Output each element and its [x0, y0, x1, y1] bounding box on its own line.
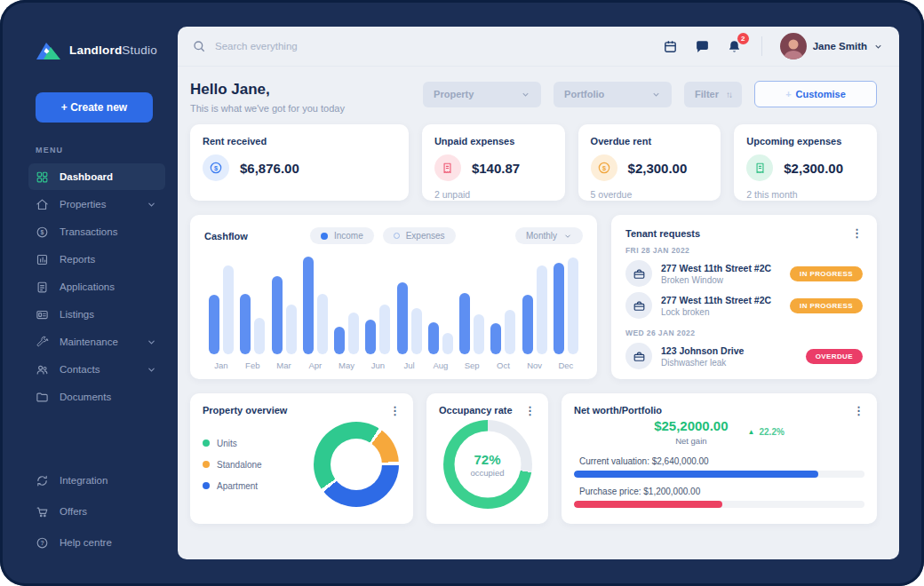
plus-icon: +	[785, 89, 791, 99]
sidebar-item-maintenance[interactable]: Maintenance	[28, 329, 165, 355]
status-badge[interactable]: IN PROGRESS	[790, 266, 863, 281]
sidebar-item-label: Dashboard	[60, 171, 113, 182]
period-dropdown[interactable]: Monthly	[515, 227, 583, 244]
income-bar[interactable]	[303, 257, 314, 354]
expenses-bar[interactable]	[411, 308, 422, 354]
income-bar[interactable]	[209, 295, 219, 354]
tenant-requests-card: Tenant requests ⋮ FRI 28 JAN 2022277 Wes…	[611, 215, 877, 379]
income-bar[interactable]	[522, 295, 533, 354]
sidebar-item-listings[interactable]: Listings	[28, 301, 165, 328]
portfolio-dropdown[interactable]: Portfolio	[554, 82, 672, 107]
filter-button[interactable]: Filter ↑↓	[684, 82, 742, 107]
sidebar-item-offers[interactable]: Offers	[28, 499, 165, 524]
kebab-menu-icon[interactable]: ⋮	[524, 405, 536, 416]
income-bar[interactable]	[365, 320, 376, 354]
sidebar-item-label: Contacts	[60, 364, 100, 375]
sidebar-item-reports[interactable]: Reports	[28, 246, 165, 273]
cart-icon	[36, 505, 49, 519]
stat-card-overdue-rent: Overdue rent$$2,300.005 overdue	[578, 124, 721, 201]
bar-pair	[428, 255, 453, 354]
income-bar[interactable]	[459, 293, 470, 354]
sidebar-item-help-centre[interactable]: ?Help centre	[28, 530, 165, 555]
sidebar-item-contacts[interactable]: Contacts	[28, 356, 165, 383]
status-badge[interactable]: OVERDUE	[806, 349, 863, 364]
legend-toggle-expenses[interactable]: Expenses	[383, 227, 456, 244]
chevron-down-icon	[147, 337, 156, 347]
sidebar-item-label: Offers	[60, 506, 87, 517]
cashflow-bar-chart: JanFebMarAprMayJunJulAugSepOctNovDec	[204, 244, 583, 370]
request-address: 277 West 11th Street #2C	[661, 263, 771, 273]
create-new-button[interactable]: + Create new	[36, 92, 153, 123]
expenses-bar[interactable]	[505, 310, 515, 354]
net-gain-label: Net gain	[675, 436, 706, 446]
occupancy-header: Occupancy rate ⋮	[439, 405, 536, 416]
notification-count-badge: 2	[737, 33, 749, 44]
sidebar-item-label: Reports	[60, 254, 95, 265]
sidebar-item-properties[interactable]: Properties	[28, 191, 165, 218]
property-dropdown[interactable]: Property	[423, 82, 541, 107]
expenses-bar[interactable]	[254, 318, 265, 354]
income-bar[interactable]	[397, 282, 408, 354]
income-bar[interactable]	[490, 323, 501, 354]
stat-card-amount: $2,300.00	[628, 161, 688, 176]
avatar	[780, 33, 807, 59]
messages-icon[interactable]	[694, 37, 712, 55]
legend-dot	[203, 440, 210, 447]
expenses-bar[interactable]	[348, 313, 359, 354]
toolbox-icon	[625, 260, 652, 287]
calendar-icon[interactable]	[662, 37, 680, 55]
brand-logo[interactable]: LandlordStudio	[36, 39, 178, 60]
sidebar-item-dashboard[interactable]: Dashboard	[28, 163, 165, 190]
legend-toggle-income[interactable]: Income	[310, 227, 374, 244]
sidebar-item-transactions[interactable]: $Transactions	[28, 218, 165, 245]
legend-dot	[203, 482, 210, 489]
stat-card-value-row: $140.87	[434, 154, 553, 181]
search-input[interactable]	[215, 41, 482, 51]
net-worth-bar-label: Purchase price: $1,200,000.00	[579, 487, 864, 496]
expenses-bar[interactable]	[568, 257, 578, 354]
expenses-bar[interactable]	[537, 265, 547, 354]
expenses-bar[interactable]	[286, 305, 297, 354]
wrench-icon	[36, 336, 49, 349]
donut-hole: 72% occupied	[454, 432, 521, 498]
net-worth-bar-fill	[574, 501, 722, 508]
help-icon: ?	[36, 536, 49, 550]
expenses-bar[interactable]	[474, 314, 484, 354]
customise-button[interactable]: + Customise	[754, 81, 877, 107]
expenses-bar[interactable]	[223, 265, 234, 354]
sidebar-item-applications[interactable]: Applications	[28, 273, 165, 300]
net-worth-bar-track	[574, 501, 864, 508]
svg-text:$: $	[41, 229, 44, 236]
net-worth-bar-label: Current valuation: $2,640,000.00	[579, 456, 864, 466]
income-bar[interactable]	[272, 276, 283, 354]
donut-hole	[331, 439, 382, 490]
sidebar-item-integration[interactable]: Integration	[28, 468, 165, 493]
tenant-request-row[interactable]: 277 West 11th Street #2CBroken WindowIN …	[625, 257, 863, 289]
income-bar[interactable]	[240, 294, 251, 354]
expenses-bar[interactable]	[442, 333, 453, 354]
kebab-menu-icon[interactable]: ⋮	[853, 405, 864, 416]
income-bar[interactable]	[334, 327, 345, 354]
expenses-bar[interactable]	[379, 305, 390, 354]
expenses-bar[interactable]	[317, 294, 328, 354]
receipt-icon	[434, 154, 461, 181]
chevron-down-icon	[521, 90, 530, 99]
receipt-icon	[746, 154, 773, 181]
income-bar[interactable]	[428, 322, 439, 354]
income-bar[interactable]	[554, 263, 564, 354]
sidebar-item-documents[interactable]: Documents	[28, 384, 165, 410]
bar-pair	[397, 255, 422, 354]
bar-pair	[303, 255, 328, 354]
contacts-icon	[36, 363, 49, 376]
search-bar[interactable]	[192, 39, 662, 53]
tenant-request-row[interactable]: 123 Johnson DriveDishwasher leakOVERDUE	[625, 340, 863, 372]
kebab-menu-icon[interactable]: ⋮	[851, 227, 863, 239]
notifications-bell-icon[interactable]: 2	[726, 37, 744, 55]
user-menu[interactable]: Jane Smith	[780, 33, 883, 59]
tenant-request-row[interactable]: 277 West 11th Street #2CLock brokenIN PR…	[625, 289, 863, 321]
request-texts: 277 West 11th Street #2CLock broken	[661, 295, 771, 317]
stat-card-title: Unpaid expenses	[434, 136, 553, 146]
dollar-coin-icon: $	[591, 154, 617, 181]
status-badge[interactable]: IN PROGRESS	[790, 298, 863, 313]
kebab-menu-icon[interactable]: ⋮	[389, 405, 401, 416]
